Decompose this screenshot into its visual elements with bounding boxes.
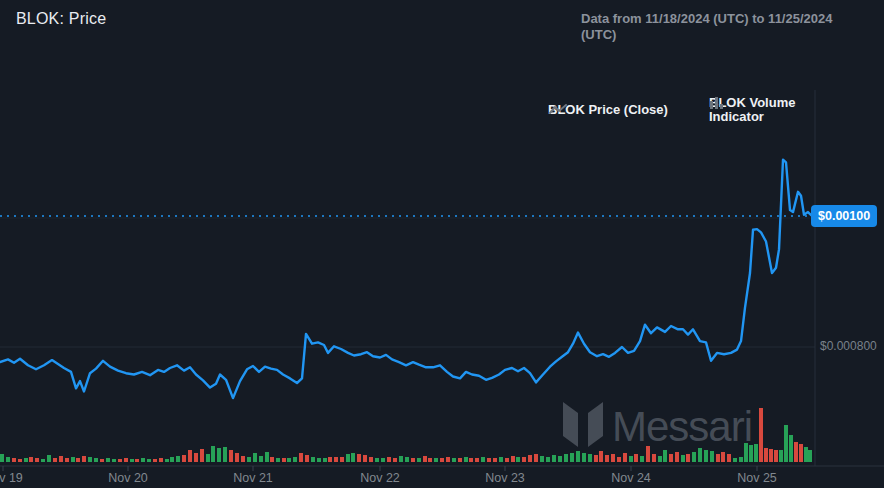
volume-bar [528, 455, 532, 462]
price-line-series [0, 160, 815, 398]
volume-bar [710, 451, 714, 462]
volume-bar [159, 458, 163, 462]
volume-bar [784, 425, 788, 462]
messari-logo-icon [588, 402, 603, 447]
x-axis-label: Nov 19 [0, 471, 23, 485]
legend-item-price[interactable]: BLOK Price (Close) [548, 103, 668, 117]
date-range-line1: Data from 11/18/2024 (UTC) to 11/25/2024 [581, 11, 851, 27]
volume-bar [112, 459, 116, 462]
volume-bar [270, 457, 274, 462]
volume-bar [794, 442, 798, 462]
x-axis-label: Nov 22 [360, 471, 400, 485]
date-range-line2: (UTC) [581, 27, 851, 43]
volume-bar [540, 456, 544, 462]
volume-bar [481, 457, 485, 462]
volume-bar [253, 453, 257, 462]
volume-bar [582, 453, 586, 462]
bar-chart-icon [709, 96, 724, 111]
volume-bar [135, 459, 139, 462]
volume-bar [759, 408, 763, 462]
volume-bar [686, 454, 690, 462]
volume-bar [282, 458, 286, 462]
volume-bar [206, 454, 210, 462]
volume-bar [369, 457, 373, 462]
volume-bar [493, 458, 497, 462]
volume-bar [35, 458, 39, 462]
volume-bar [652, 454, 656, 462]
volume-bar [799, 444, 803, 462]
volume-bar [94, 458, 98, 462]
volume-bar [76, 458, 80, 462]
volume-bar [65, 458, 69, 462]
volume-bar [130, 459, 134, 462]
volume-bar [692, 452, 696, 462]
volume-bar [18, 459, 22, 462]
line-chart-icon [548, 103, 568, 116]
volume-bar [716, 454, 720, 462]
messari-watermark: Messari [563, 402, 752, 450]
volume-bar [223, 447, 227, 462]
volume-bar [629, 456, 633, 462]
volume-bar [229, 450, 233, 462]
date-range-text: Data from 11/18/2024 (UTC) to 11/25/2024… [581, 11, 851, 43]
volume-bar [779, 450, 783, 462]
volume-bar [594, 455, 598, 462]
volume-bar [749, 445, 753, 462]
volume-bar [265, 452, 269, 462]
volume-bar [399, 456, 403, 462]
volume-bar [588, 454, 592, 462]
volume-bar [808, 450, 812, 462]
messari-logo-icon [563, 402, 578, 447]
volume-bar [570, 453, 574, 462]
volume-bar [217, 448, 221, 462]
volume-bar [744, 443, 748, 462]
volume-bar [623, 453, 627, 462]
volume-bar [789, 435, 793, 462]
volume-bar [458, 458, 462, 462]
volume-bar [200, 449, 204, 462]
volume-bar [247, 457, 251, 462]
volume-bar [464, 457, 468, 462]
volume-bar [452, 458, 456, 462]
volume-bar [53, 458, 57, 462]
volume-bar [774, 450, 778, 462]
volume-bar [469, 458, 473, 462]
y-axis-label-0000800: $0.000800 [820, 339, 877, 353]
volume-bar [564, 454, 568, 462]
volume-bar [411, 458, 415, 462]
chart-legend: BLOK Price (Close) BLOK Volume Indicator [0, 48, 884, 80]
volume-bar [259, 456, 263, 462]
volume-bar [558, 456, 562, 462]
volume-bar [804, 447, 808, 462]
volume-bar [446, 457, 450, 462]
volume-bar [106, 458, 110, 462]
volume-bar [182, 455, 186, 462]
volume-bar [599, 451, 603, 462]
volume-bar [6, 457, 10, 462]
legend-item-volume[interactable]: BLOK Volume Indicator [709, 96, 801, 124]
volume-bar [211, 446, 215, 462]
volume-bar [522, 457, 526, 462]
volume-bar [141, 458, 145, 462]
volume-bar [634, 454, 638, 462]
volume-bar [59, 456, 63, 462]
volume-bar [511, 456, 515, 462]
volume-bar [165, 459, 169, 462]
x-axis-label: Nov 23 [485, 471, 525, 485]
volume-bar [287, 458, 291, 462]
volume-bar [235, 453, 239, 462]
x-axis-label: Nov 25 [737, 471, 777, 485]
volume-bar [299, 453, 303, 462]
volume-bar [0, 454, 4, 462]
volume-bar [357, 454, 361, 462]
volume-bar [194, 453, 198, 462]
volume-bar [147, 459, 151, 462]
volume-bar [351, 453, 355, 462]
volume-bar [516, 457, 520, 462]
volume-bar [47, 455, 51, 462]
volume-bar [24, 458, 28, 462]
volume-bar [241, 456, 245, 462]
volume-bar [552, 455, 556, 462]
volume-bar [440, 458, 444, 462]
volume-bar [640, 456, 644, 462]
